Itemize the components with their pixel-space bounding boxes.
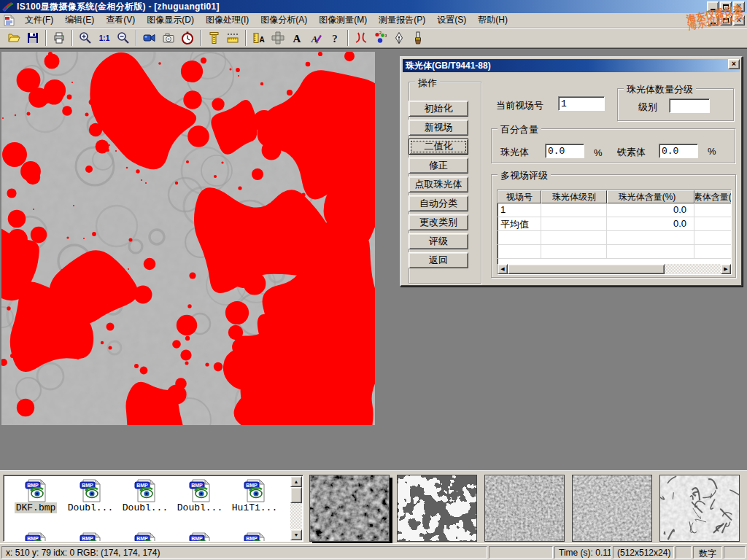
- svg-text:A: A: [259, 36, 264, 44]
- cell: [607, 231, 694, 244]
- menu-file[interactable]: 文件(F): [19, 12, 59, 28]
- open-file-icon[interactable]: [4, 29, 23, 47]
- file-item[interactable]: BMP: [64, 532, 117, 542]
- minimize-button[interactable]: [707, 1, 719, 12]
- file-item[interactable]: BMP Doubl...: [174, 479, 226, 513]
- cell: [607, 245, 694, 258]
- current-field-input[interactable]: [558, 96, 605, 111]
- menu-measure-report[interactable]: 测量报告(P): [373, 12, 431, 28]
- camera-capture-icon[interactable]: [159, 29, 178, 47]
- scrollbar-thumb[interactable]: [508, 264, 665, 274]
- file-browser-scrollbar[interactable]: ▲ ▼: [290, 476, 302, 540]
- table-row[interactable]: [498, 245, 731, 259]
- file-name[interactable]: Doubl...: [121, 502, 169, 513]
- file-name[interactable]: DKF.bmp: [15, 502, 58, 513]
- correct-button[interactable]: 修正: [409, 158, 468, 174]
- dialog-title-text: 珠光体(GB/T9441-88): [406, 60, 491, 72]
- return-button[interactable]: 返回: [409, 252, 468, 268]
- dialog-title-bar[interactable]: 珠光体(GB/T9441-88): [403, 59, 740, 72]
- menu-image-measure[interactable]: 图像测量(M): [313, 12, 373, 28]
- save-icon[interactable]: [23, 29, 42, 47]
- cell: 1: [498, 203, 541, 217]
- pearlite-percent-input[interactable]: [545, 144, 584, 158]
- actual-size-icon[interactable]: 1:1: [95, 29, 114, 47]
- text-annotation-icon[interactable]: A: [287, 29, 306, 47]
- header-pearlite-content[interactable]: 珠光体含量(%): [607, 190, 694, 203]
- menu-view[interactable]: 查看(V): [100, 12, 141, 28]
- file-name[interactable]: HuiTi...: [231, 502, 279, 513]
- menu-settings[interactable]: 设置(S): [431, 12, 472, 28]
- menu-image-display[interactable]: 图像显示(D): [141, 12, 200, 28]
- file-name[interactable]: Doubl...: [176, 502, 224, 513]
- title-bar[interactable]: IS100显微摄像系统(金相分析版) - [zhuguangti01] ×: [0, 0, 747, 13]
- file-item[interactable]: BMP: [174, 532, 226, 542]
- file-item[interactable]: BMP Doubl...: [64, 479, 117, 513]
- table-row[interactable]: [498, 231, 731, 245]
- file-item[interactable]: BMP DKF.bmp: [9, 479, 62, 513]
- header-field-no[interactable]: 视场号: [498, 190, 541, 203]
- header-ferrite-content[interactable]: 铁素体含量(%): [694, 190, 732, 203]
- thumbnail-4[interactable]: [572, 475, 652, 542]
- change-category-button[interactable]: 更改类别: [409, 214, 468, 230]
- zoom-in-icon[interactable]: [76, 29, 95, 47]
- pearlite-dialog[interactable]: 珠光体(GB/T9441-88) × 操作 初始化 新视场 二值化 修正 点取珠…: [400, 56, 743, 287]
- micrograph-image[interactable]: [1, 52, 375, 425]
- new-field-button[interactable]: 新视场: [409, 120, 468, 136]
- multifield-table[interactable]: 视场号 珠光体级别 珠光体含量(%) 铁素体含量(%) 1 0.0 平均值: [497, 190, 732, 275]
- edit-annotation-icon[interactable]: A: [306, 29, 325, 47]
- scroll-left-icon[interactable]: ◀: [498, 264, 508, 274]
- caliper-measure-icon[interactable]: [204, 29, 223, 47]
- menu-image-processing[interactable]: 图像处理(I): [200, 12, 255, 28]
- scroll-up-icon[interactable]: ▲: [290, 476, 302, 487]
- binarize-button[interactable]: 二值化: [409, 139, 468, 155]
- table-row[interactable]: 1 0.0: [498, 203, 731, 217]
- file-browser[interactable]: BMP DKF.bmp BMP Doubl... BMP Doubl... BM…: [3, 475, 303, 542]
- file-item[interactable]: BMP HuiTi...: [228, 479, 281, 513]
- curve-tool-icon[interactable]: [352, 29, 371, 47]
- child-minimize-button[interactable]: [707, 15, 719, 26]
- length-measure-icon[interactable]: [223, 29, 242, 47]
- thumbnail-3[interactable]: [484, 475, 565, 542]
- child-close-button[interactable]: ×: [733, 15, 745, 26]
- file-item[interactable]: BMP: [228, 532, 281, 542]
- thumbnail-1[interactable]: [309, 475, 390, 542]
- classify-particles-icon[interactable]: 32: [371, 29, 390, 47]
- close-button[interactable]: ×: [733, 1, 745, 12]
- menu-help[interactable]: 帮助(H): [472, 12, 514, 28]
- restore-button[interactable]: [720, 1, 732, 12]
- help-icon[interactable]: ?: [325, 29, 344, 47]
- video-capture-icon[interactable]: [140, 29, 159, 47]
- bmp-file-icon: BMP: [24, 532, 48, 542]
- file-item[interactable]: BMP: [9, 532, 62, 542]
- auto-classify-button[interactable]: 自动分类: [409, 195, 468, 211]
- file-item[interactable]: BMP Doubl...: [119, 479, 171, 513]
- zoom-out-icon[interactable]: [114, 29, 133, 47]
- grade-input[interactable]: [669, 98, 710, 113]
- pick-pearlite-button[interactable]: 点取珠光体: [409, 176, 468, 192]
- child-restore-button[interactable]: [720, 15, 732, 26]
- bmp-file-icon: BMP: [188, 532, 212, 542]
- svg-text:2: 2: [379, 31, 382, 35]
- file-name[interactable]: Doubl...: [66, 502, 115, 513]
- header-pearlite-grade[interactable]: 珠光体级别: [541, 190, 607, 203]
- thumbnail-5[interactable]: [659, 475, 740, 542]
- rate-button[interactable]: 评级: [409, 233, 468, 249]
- pen-tool-icon[interactable]: [390, 29, 409, 47]
- initialize-button[interactable]: 初始化: [409, 101, 468, 117]
- table-horizontal-scrollbar[interactable]: ◀ ▶: [498, 264, 731, 274]
- scroll-down-icon[interactable]: ▼: [290, 529, 302, 540]
- thumbnail-2[interactable]: [397, 475, 477, 542]
- file-item[interactable]: BMP: [119, 532, 171, 542]
- brush-tool-icon[interactable]: [409, 29, 427, 47]
- menu-edit[interactable]: 编辑(E): [59, 12, 100, 28]
- grid-merge-icon[interactable]: [268, 29, 287, 47]
- scrollbar-thumb[interactable]: [290, 487, 302, 503]
- print-icon[interactable]: [50, 29, 69, 47]
- dialog-close-icon[interactable]: ×: [728, 59, 740, 69]
- scroll-right-icon[interactable]: ▶: [721, 264, 731, 274]
- ferrite-percent-input[interactable]: [659, 144, 698, 158]
- menu-image-analysis[interactable]: 图像分析(A): [255, 12, 313, 28]
- scale-measure-icon[interactable]: A: [249, 29, 268, 47]
- timer-icon[interactable]: [178, 29, 197, 47]
- table-row[interactable]: 平均值 0.0: [498, 217, 731, 231]
